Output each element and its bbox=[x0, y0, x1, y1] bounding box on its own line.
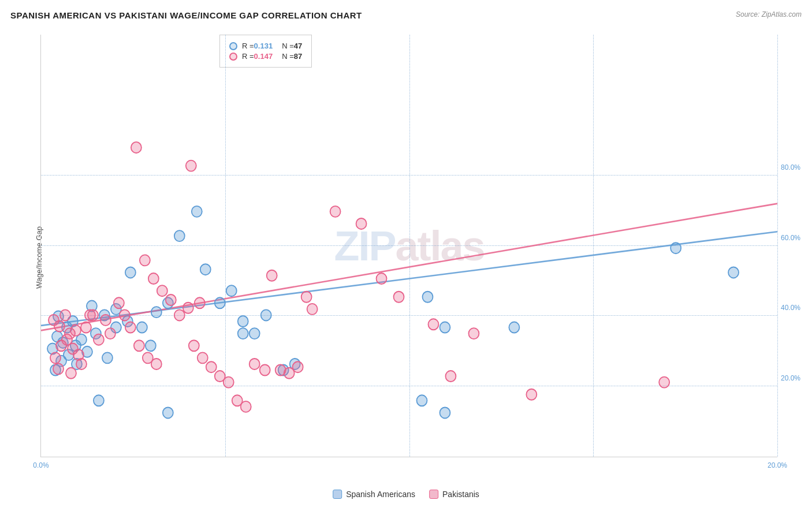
svg-point-60 bbox=[81, 322, 91, 333]
svg-point-22 bbox=[146, 340, 156, 351]
x-tick-0: 0.0% bbox=[33, 461, 49, 469]
legend-color-blue bbox=[333, 490, 342, 499]
svg-point-103 bbox=[301, 292, 312, 303]
svg-point-66 bbox=[120, 309, 130, 320]
svg-point-59 bbox=[66, 368, 76, 379]
svg-point-20 bbox=[125, 267, 136, 278]
svg-point-42 bbox=[94, 395, 104, 406]
svg-point-30 bbox=[238, 316, 248, 327]
svg-point-36 bbox=[439, 322, 450, 333]
svg-point-82 bbox=[241, 401, 251, 412]
svg-point-72 bbox=[157, 285, 167, 296]
source-label: Source: ZipAtlas.com bbox=[736, 10, 802, 18]
svg-point-46 bbox=[238, 328, 248, 339]
svg-point-65 bbox=[114, 297, 124, 308]
chart-container: SPANISH AMERICAN VS PAKISTANI WAGE/INCOM… bbox=[0, 0, 812, 515]
svg-point-74 bbox=[174, 309, 185, 320]
svg-point-104 bbox=[307, 304, 318, 315]
y-tick-80: 80.0% bbox=[781, 163, 800, 171]
legend-item-pink: Pakistanis bbox=[429, 490, 479, 499]
svg-point-85 bbox=[267, 270, 277, 281]
svg-point-37 bbox=[509, 322, 519, 333]
svg-point-69 bbox=[186, 161, 196, 171]
scatter-plot bbox=[41, 35, 777, 457]
svg-point-89 bbox=[330, 206, 341, 217]
svg-point-92 bbox=[394, 292, 404, 303]
svg-point-41 bbox=[728, 267, 739, 278]
legend-item-blue: Spanish Americans bbox=[333, 490, 415, 499]
svg-point-93 bbox=[428, 319, 438, 330]
svg-point-99 bbox=[134, 340, 144, 351]
svg-point-77 bbox=[198, 352, 208, 363]
svg-point-51 bbox=[70, 325, 81, 336]
svg-point-63 bbox=[100, 315, 111, 326]
svg-point-58 bbox=[53, 363, 64, 374]
svg-point-39 bbox=[439, 407, 450, 418]
svg-point-67 bbox=[125, 322, 136, 333]
y-tick-20: 20.0% bbox=[781, 374, 800, 382]
svg-point-84 bbox=[260, 364, 270, 375]
bottom-legend: Spanish Americans Pakistanis bbox=[333, 490, 479, 499]
svg-point-55 bbox=[50, 352, 61, 363]
svg-point-91 bbox=[377, 273, 387, 284]
svg-point-25 bbox=[174, 230, 185, 241]
svg-point-40 bbox=[671, 242, 681, 253]
legend-label-pink: Pakistanis bbox=[442, 490, 479, 499]
svg-point-31 bbox=[249, 328, 260, 339]
svg-point-49 bbox=[60, 309, 70, 320]
svg-point-98 bbox=[88, 309, 98, 320]
svg-point-21 bbox=[137, 322, 147, 333]
svg-point-68 bbox=[131, 142, 141, 153]
y-tick-40: 40.0% bbox=[781, 304, 800, 312]
svg-point-75 bbox=[183, 303, 193, 314]
svg-point-95 bbox=[468, 328, 479, 339]
svg-point-96 bbox=[526, 389, 537, 400]
svg-point-70 bbox=[140, 255, 150, 266]
svg-point-78 bbox=[206, 361, 217, 372]
x-tick-max: 20.0% bbox=[768, 461, 787, 469]
plot-area: ZIPatlas 20.0% 40.0% 60.0% 80.0% 0.0% 20… bbox=[40, 35, 777, 457]
svg-point-90 bbox=[356, 218, 367, 229]
svg-point-38 bbox=[416, 395, 427, 406]
svg-point-64 bbox=[105, 328, 116, 339]
svg-point-57 bbox=[76, 359, 87, 370]
svg-point-35 bbox=[422, 292, 433, 303]
svg-point-43 bbox=[163, 407, 173, 418]
chart-title: SPANISH AMERICAN VS PAKISTANI WAGE/INCOM… bbox=[10, 10, 362, 20]
svg-point-29 bbox=[226, 285, 237, 296]
svg-point-83 bbox=[249, 359, 260, 370]
svg-point-94 bbox=[445, 371, 456, 382]
svg-point-26 bbox=[192, 206, 202, 217]
svg-point-23 bbox=[151, 307, 162, 318]
svg-point-73 bbox=[166, 294, 176, 305]
svg-point-102 bbox=[195, 297, 205, 308]
svg-point-76 bbox=[189, 340, 199, 351]
legend-color-pink bbox=[429, 490, 438, 499]
svg-point-88 bbox=[293, 361, 303, 372]
svg-point-32 bbox=[261, 309, 271, 320]
svg-point-48 bbox=[54, 320, 65, 331]
svg-point-18 bbox=[102, 352, 113, 363]
svg-point-27 bbox=[200, 264, 211, 275]
y-tick-60: 60.0% bbox=[781, 234, 800, 242]
legend-label-blue: Spanish Americans bbox=[346, 490, 415, 499]
grid-line-v4 bbox=[777, 35, 778, 457]
svg-point-101 bbox=[151, 359, 162, 370]
svg-point-80 bbox=[224, 377, 234, 388]
svg-point-97 bbox=[659, 377, 669, 388]
svg-point-71 bbox=[148, 273, 159, 284]
svg-point-62 bbox=[94, 334, 104, 345]
svg-point-28 bbox=[215, 297, 225, 308]
